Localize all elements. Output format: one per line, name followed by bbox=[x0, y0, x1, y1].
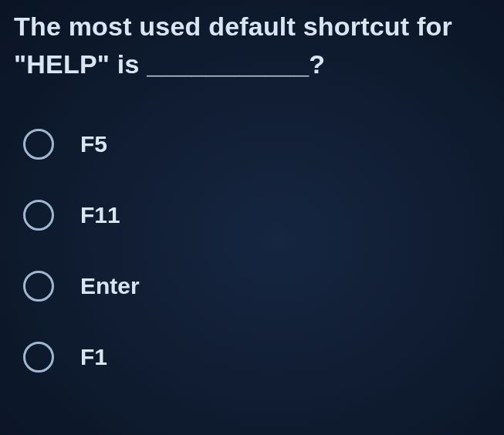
option-f1[interactable]: F1 bbox=[23, 342, 490, 373]
options-list: F5 F11 Enter F1 bbox=[14, 129, 490, 373]
option-label: Enter bbox=[80, 273, 140, 299]
option-enter[interactable]: Enter bbox=[23, 271, 490, 302]
radio-icon bbox=[23, 342, 54, 373]
option-label: F1 bbox=[80, 344, 107, 370]
option-label: F5 bbox=[80, 131, 107, 157]
radio-icon bbox=[23, 200, 54, 231]
option-f5[interactable]: F5 bbox=[23, 129, 490, 160]
quiz-container: The most used default shortcut for "HELP… bbox=[0, 0, 504, 373]
option-label: F11 bbox=[80, 202, 120, 228]
question-text: The most used default shortcut for "HELP… bbox=[14, 8, 490, 84]
option-f11[interactable]: F11 bbox=[23, 200, 490, 231]
radio-icon bbox=[23, 271, 54, 302]
radio-icon bbox=[23, 129, 54, 160]
